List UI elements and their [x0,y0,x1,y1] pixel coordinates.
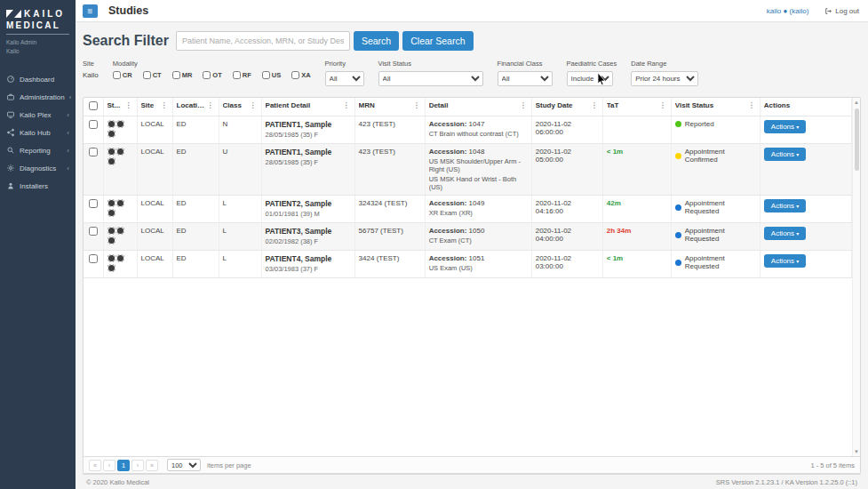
visit-status-select[interactable]: All [378,71,483,86]
person-icon [6,181,15,190]
row-actions-button[interactable]: Actions ▾ [764,199,806,212]
priority-select[interactable]: All [325,71,364,86]
column-menu-icon[interactable]: ⋮ [412,101,421,109]
column-menu-icon[interactable]: ⋮ [658,101,667,109]
modality-ct[interactable]: CT [143,71,162,79]
column-menu-icon[interactable]: ⋮ [124,101,133,109]
modality-ot[interactable]: OT [203,71,221,79]
class-cell: L [219,251,261,278]
table-row[interactable]: LOCAL ED L PATIENT2, Sample 01/01/1981 (… [84,196,852,223]
site-cell: LOCAL [137,223,172,251]
sidebar-item-label: Diagnostics [20,164,62,172]
row-actions-button[interactable]: Actions ▾ [764,254,806,268]
modality-checkbox-ot[interactable] [203,71,211,79]
site-filter: Site Kailo [83,60,99,79]
tat-cell [602,116,671,144]
current-user-link[interactable]: kailo ● (kailo) [767,7,809,15]
table-row[interactable]: LOCAL ED U PATIENT1, Sample 28/05/1985 (… [84,144,852,196]
column-header-actions: Actions [760,98,851,116]
sidebar-item-label: Administration [20,93,65,101]
scroll-down-icon[interactable]: ▼ [854,447,859,456]
footer: © 2020 Kailo Medical SRS Version 2.1.23.… [83,474,861,489]
sidebar-user-org: Kailo [6,48,69,54]
column-menu-icon[interactable]: ⋮ [342,101,351,109]
row-checkbox[interactable] [89,120,98,129]
modality-us[interactable]: US [262,71,281,79]
scroll-up-icon[interactable]: ▲ [854,98,859,107]
last-page-button[interactable]: » [146,460,158,471]
prev-page-button[interactable]: ‹ [103,460,115,471]
row-actions-button[interactable]: Actions ▾ [764,148,806,161]
site-value: Kailo [83,71,99,79]
column-menu-icon[interactable]: ⋮ [519,101,528,109]
search-input[interactable] [176,31,350,51]
search-filter-heading: Search Filter [83,33,169,49]
column-menu-icon[interactable]: ⋮ [206,101,215,109]
sidebar-item-installers[interactable]: Installers [0,177,76,195]
copyright-text: © 2020 Kailo Medical [86,478,149,486]
sidebar-item-kailo-hub[interactable]: Kailo Hub‹ [0,124,76,141]
first-page-button[interactable]: « [89,460,101,471]
select-all-checkbox[interactable] [89,101,98,110]
logout-button[interactable]: Log out [824,7,859,15]
modality-checkbox-rf[interactable] [233,71,241,79]
date-range-select[interactable]: Prior 24 hours [631,71,698,86]
site-cell: LOCAL [137,196,172,223]
column-menu-icon[interactable]: ⋮ [249,101,258,109]
modality-label-text: XA [301,71,310,79]
next-page-button[interactable]: › [131,460,144,471]
table-row[interactable]: LOCAL ED L PATIENT3, Sample 02/02/1982 (… [84,223,852,251]
modality-checkbox-xa[interactable] [291,71,299,79]
chevron-left-icon: ‹ [69,93,72,101]
modality-checkbox-us[interactable] [262,71,270,79]
location-cell: ED [172,116,219,144]
sidebar-item-administration[interactable]: Administration‹ [0,88,76,106]
class-cell: L [219,223,261,251]
modality-label-text: CT [153,71,162,79]
modality-checkbox-cr[interactable] [113,71,121,79]
modality-checkbox-ct[interactable] [143,71,151,79]
modality-xa[interactable]: XA [291,71,310,79]
modality-cr[interactable]: CR [113,71,132,79]
row-checkbox[interactable] [89,254,98,263]
status-icon [108,236,115,244]
sidebar-item-kailo-plex[interactable]: Kailo Plex‹ [0,106,76,124]
content: Search Filter Search Clear Search Site K… [76,22,868,489]
tat-cell: 42m [602,196,671,223]
modality-mr[interactable]: MR [172,71,193,79]
search-button[interactable]: Search [354,31,399,51]
modality-rf[interactable]: RF [233,71,251,79]
column-menu-icon[interactable]: ⋮ [160,101,169,109]
scrollbar-thumb[interactable] [855,108,859,171]
column-menu-icon[interactable]: ⋮ [590,101,599,109]
row-checkbox[interactable] [89,148,98,156]
row-checkbox[interactable] [89,199,98,208]
detail-cell: Accession: 1051 US Exam (US) [425,251,531,278]
gear-icon [6,164,15,172]
row-actions-button[interactable]: Actions ▾ [764,227,806,240]
menu-toggle-button[interactable]: ≡ [83,4,98,18]
table-row[interactable]: LOCAL ED L PATIENT4, Sample 03/03/1983 (… [84,251,852,278]
study-date-cell: 2020-11-02 04:16:00 [531,196,602,223]
table-scrollbar[interactable]: ▲ ▼ [852,98,860,456]
table-row[interactable]: LOCAL ED N PATIENT1, Sample 28/05/1985 (… [84,116,852,144]
paediatric-select[interactable]: Include [567,71,613,86]
clear-search-button[interactable]: Clear Search [402,31,473,51]
status-icon [108,157,115,165]
study-date-cell: 2020-11-02 04:00:00 [531,223,602,251]
modality-label-text: MR [182,71,193,79]
sidebar-item-dashboard[interactable]: Dashboard [0,70,76,88]
current-page-button[interactable]: 1 [117,460,130,471]
page-size-select[interactable]: 100 [167,459,201,471]
study-date-cell: 2020-11-02 06:00:00 [531,116,602,144]
row-actions-button[interactable]: Actions ▾ [764,120,806,133]
row-checkbox[interactable] [89,227,98,236]
column-menu-icon[interactable]: ⋮ [747,101,756,109]
site-label: Site [83,60,99,68]
sidebar-item-reporting[interactable]: Reporting‹ [0,141,76,159]
financial-class-select[interactable]: All [498,71,553,86]
visit-status-dot [675,260,681,266]
modality-checkbox-mr[interactable] [172,71,180,79]
sidebar-item-diagnostics[interactable]: Diagnostics‹ [0,159,76,177]
logo-mark-icon [6,10,21,18]
